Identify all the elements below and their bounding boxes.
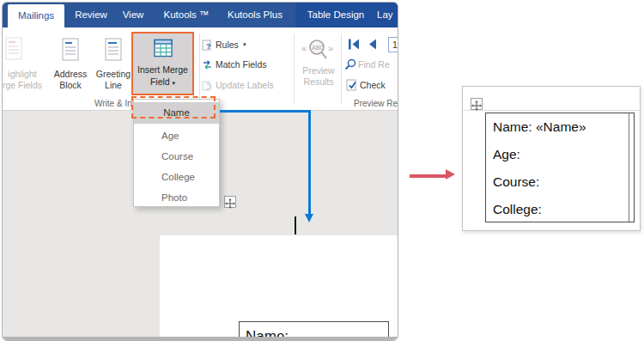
group-label-write-insert: Write & Ins: [94, 99, 137, 108]
button-label: Find Re: [358, 58, 390, 70]
status-bar: [3, 337, 398, 340]
dropdown-item-course[interactable]: Course: [134, 146, 219, 167]
update-labels-icon: [202, 80, 213, 91]
annotation-arrow-red-line: [410, 174, 446, 178]
group-separator: [294, 33, 295, 104]
svg-text:»: »: [328, 43, 333, 53]
result-cell-course[interactable]: Course:: [493, 168, 622, 196]
button-label: Insert Merge: [133, 64, 192, 76]
match-fields-icon: [202, 59, 213, 70]
button-label: Address: [49, 69, 92, 79]
button-label: Preview: [298, 65, 339, 76]
button-label: Block: [49, 80, 92, 90]
button-label-text: Field: [150, 76, 170, 87]
button-label: Line: [92, 80, 135, 90]
chevron-down-icon: ▾: [173, 80, 176, 86]
button-label: Results: [298, 76, 339, 87]
document-icon: [5, 37, 22, 60]
move-icon: [225, 198, 235, 209]
annotation-arrow-blue-vertical: [308, 110, 311, 214]
tab-review[interactable]: Review: [72, 3, 110, 27]
svg-text:ABC: ABC: [312, 45, 324, 51]
tab-table-design[interactable]: Table Design: [301, 3, 371, 27]
document-icon: [105, 38, 122, 61]
insert-merge-field-button[interactable]: Insert Merge Field ▾: [131, 32, 194, 95]
dropdown-item-college[interactable]: College: [134, 167, 219, 187]
button-label: Update Labels: [216, 79, 274, 91]
button-label: Greeting: [92, 69, 135, 79]
move-icon: [471, 100, 482, 111]
group-separator: [341, 33, 342, 104]
result-cell-college[interactable]: College:: [493, 196, 622, 223]
button-label: ighlight: [2, 69, 47, 79]
panel-rule: [463, 110, 640, 111]
tab-mailings[interactable]: Mailings: [8, 4, 64, 27]
chevron-down-icon: ▾: [243, 39, 246, 51]
table-column-divider: [629, 113, 629, 222]
group-separator: [199, 33, 200, 104]
button-label: rge Fields: [2, 80, 47, 90]
tutorial-image: Mailings Review View Kutools ™ Kutools P…: [0, 0, 644, 347]
check-icon: [346, 79, 358, 91]
annotation-arrow-red-head: [446, 169, 455, 180]
rules-icon: ?: [202, 40, 213, 51]
first-record-button[interactable]: [348, 39, 360, 50]
button-label: Field ▾: [133, 76, 192, 88]
insert-merge-field-icon: [154, 39, 173, 58]
group-label-preview-results: Preview Re: [354, 99, 398, 108]
previous-record-button[interactable]: [368, 39, 377, 50]
find-icon: [344, 58, 356, 70]
result-table: Name: «Name» Age: Course: College:: [485, 113, 635, 222]
dropdown-item-age[interactable]: Age: [134, 125, 219, 146]
annotation-arrow-blue-horizontal: [220, 110, 310, 113]
svg-text:?: ?: [206, 42, 211, 51]
tab-view[interactable]: View: [118, 3, 148, 27]
preview-results-icon: « » ABC: [301, 38, 335, 62]
button-label: Match Fields: [216, 58, 267, 70]
tab-kutools[interactable]: Kutools ™: [161, 3, 212, 27]
tab-layout[interactable]: Lay: [377, 3, 398, 27]
annotation-arrow-blue-head: [305, 214, 313, 222]
annotation-dashed-highlight: [131, 96, 216, 119]
table-move-handle[interactable]: [224, 196, 236, 208]
document-icon: [62, 38, 79, 61]
word-window: Mailings Review View Kutools ™ Kutools P…: [2, 2, 398, 341]
text-cursor: [295, 216, 296, 234]
table-move-handle[interactable]: [471, 98, 483, 110]
record-number-input[interactable]: 1: [388, 37, 398, 52]
button-label: Check: [360, 79, 386, 91]
tab-kutools-plus[interactable]: Kutools Plus: [223, 3, 287, 27]
svg-text:«: «: [301, 43, 307, 53]
result-panel: Name: «Name» Age: Course: College:: [462, 86, 641, 231]
result-cell-age[interactable]: Age:: [493, 141, 622, 168]
ribbon-tab-bar: Mailings Review View Kutools ™ Kutools P…: [3, 3, 398, 27]
button-label: Rules: [216, 39, 239, 51]
dropdown-item-photo[interactable]: Photo: [134, 187, 219, 208]
result-cell-name[interactable]: Name: «Name»: [493, 113, 622, 141]
